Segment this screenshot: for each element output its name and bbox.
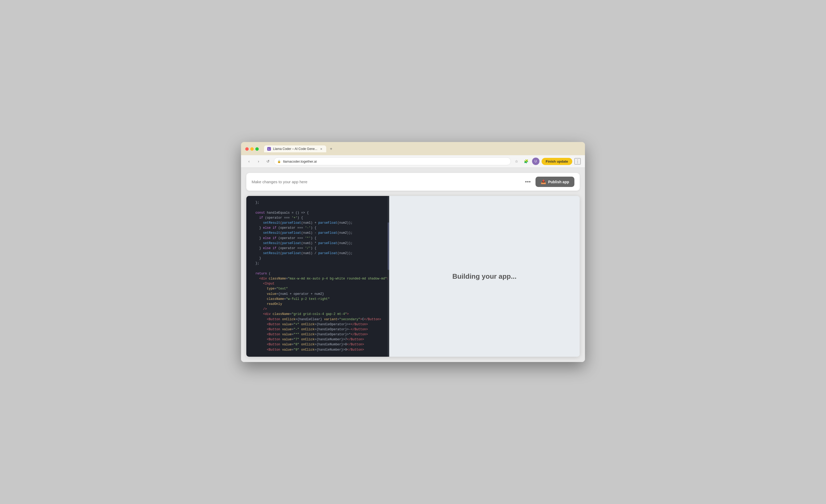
code-line: <Button onClick={handleClear} variant="s… [246,317,389,322]
code-line: } else if (operator === '-') { [246,226,389,231]
code-line [246,205,389,210]
code-line: setResult(parseFloat(num1) / parseFloat(… [246,251,389,256]
tab-title: Llama Coder – AI Code Gene... [273,147,317,151]
building-status-text: Building your app... [453,272,517,280]
code-line: <Input [246,281,389,287]
close-button[interactable] [245,147,249,151]
code-line: <div className="max-w-md mx-auto p-4 bg-… [246,276,389,281]
traffic-lights [245,147,259,151]
code-line: } else if (operator === '/') { [246,246,389,251]
code-line [246,266,389,271]
code-line: <Button value="9" onClick={handleNumber}… [246,348,389,353]
code-line: readOnly [246,302,389,307]
preview-area: Building your app... [389,196,580,357]
minimize-button[interactable] [250,147,254,151]
editor-area: }; const handleEquals = () => { if (oper… [246,196,580,357]
code-line: if (operator === '+') { [246,215,389,220]
code-line: setResult(parseFloat(num1) * parseFloat(… [246,241,389,246]
refresh-button[interactable]: ↺ [264,158,272,165]
code-line: const handleEquals = () => { [246,210,389,215]
tab-close-button[interactable]: ✕ [319,147,323,151]
title-bar: L Llama Coder – AI Code Gene... ✕ + [241,142,585,155]
scrollbar-thumb[interactable] [388,223,389,270]
browser-menu-button[interactable]: ⋮ [574,158,581,165]
maximize-button[interactable] [255,147,259,151]
back-button[interactable]: ‹ [245,158,253,165]
finish-update-button[interactable]: Finish update [542,158,573,165]
code-line: <Button value="7" onClick={handleNumber}… [246,337,389,342]
code-line: setResult(parseFloat(num1) - parseFloat(… [246,231,389,236]
address-bar[interactable]: 🔒 llamacoder.together.ai [274,158,511,165]
publish-button[interactable]: 📤 Publish app [535,177,574,187]
code-line: value={num1 + operator + num2} [246,292,389,297]
code-line: <div className="grid grid-cols-4 gap-2 m… [246,312,389,317]
nav-actions: ☆ 🧩 U Finish update ⋮ [513,158,581,165]
code-line: setResult(parseFloat(num1) + parseFloat(… [246,220,389,226]
forward-button[interactable]: › [255,158,262,165]
main-content: ••• 📤 Publish app }; const handleEq [241,168,585,362]
code-line: <Button value="+" onClick={handleOperato… [246,322,389,327]
bookmark-button[interactable]: ☆ [513,158,520,165]
upload-icon: 📤 [541,179,546,184]
prompt-actions: ••• 📤 Publish app [524,177,574,187]
tab-bar: L Llama Coder – AI Code Gene... ✕ + [264,145,335,152]
extensions-button[interactable]: 🧩 [523,158,530,165]
active-tab[interactable]: L Llama Coder – AI Code Gene... ✕ [264,145,326,152]
code-line: return ( [246,271,389,276]
code-line: }; [246,261,389,266]
code-line: } else if (operator === '*') { [246,236,389,241]
prompt-input[interactable] [252,180,524,184]
prompt-bar: ••• 📤 Publish app [246,173,580,191]
code-line: className="w-full p-2 text-right" [246,297,389,302]
scrollbar-track[interactable] [388,196,389,357]
more-options-button[interactable]: ••• [524,178,532,186]
security-icon: 🔒 [277,160,281,163]
code-line: } [246,256,389,261]
code-line: }; [246,200,389,205]
code-line: type="text" [246,287,389,292]
nav-bar: ‹ › ↺ 🔒 llamacoder.together.ai ☆ 🧩 U Fin… [241,155,585,168]
tab-favicon: L [267,147,271,151]
browser-window: L Llama Coder – AI Code Gene... ✕ + ‹ › … [241,142,585,362]
address-text: llamacoder.together.ai [283,160,317,164]
code-line: <Button value="-" onClick={handleOperato… [246,327,389,332]
code-line: <Button value="8" onClick={handleNumber}… [246,342,389,347]
code-line: <Button value="*" onClick={handleOperato… [246,332,389,337]
code-line: /> [246,307,389,312]
code-editor[interactable]: }; const handleEquals = () => { if (oper… [246,196,389,357]
new-tab-button[interactable]: + [327,145,335,152]
profile-avatar[interactable]: U [532,158,539,165]
